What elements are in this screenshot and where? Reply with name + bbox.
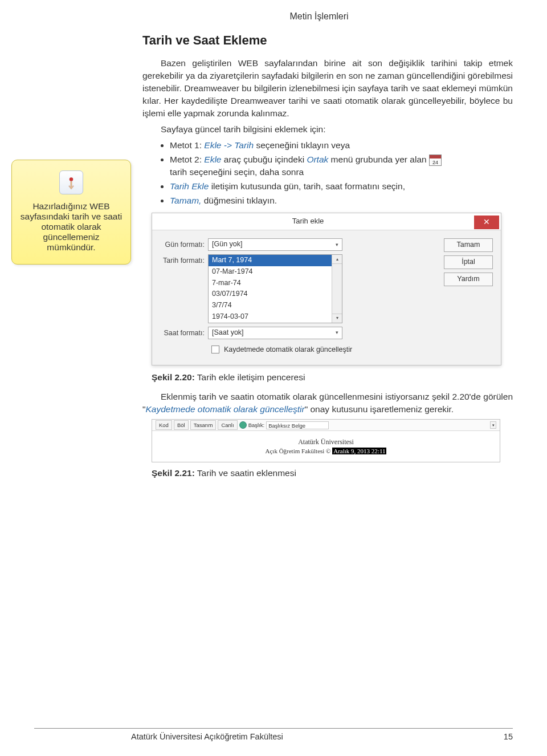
list-item[interactable]: 1974-03-07 xyxy=(209,311,342,323)
time-format-value: [Saat yok] xyxy=(212,328,244,338)
figure-label: Şekil 2.20: xyxy=(152,372,195,382)
auto-update-checkbox[interactable]: Kaydetmede otomatik olarak güncelleştir xyxy=(211,345,436,355)
preview-line2-pre: Açık Öğretim Fakültesi © xyxy=(266,448,333,454)
title-label: Başlık: xyxy=(248,421,265,429)
chevron-down-icon: ▾ xyxy=(336,241,338,249)
method2-tail: tarih seçeneğini seçin, daha sonra xyxy=(170,167,304,177)
list-item: Tamam, düğmesini tıklayın. xyxy=(170,194,513,207)
footer-left: Atatürk Üniversitesi Açıköğretim Fakülte… xyxy=(131,732,283,741)
after-text-2: " onay kutusunu işaretlemeniz gerekir. xyxy=(305,404,454,414)
figure-label: Şekil 2.21: xyxy=(152,468,195,478)
section-title: Tarih ve Saat Ekleme xyxy=(142,33,513,48)
dialog-title: Tarih ekle xyxy=(159,216,474,226)
day-format-value: [Gün yok] xyxy=(212,239,243,250)
preview-body: Atatürk Üniversitesi Açık Öğretim Fakült… xyxy=(152,431,500,462)
day-format-select[interactable]: [Gün yok] ▾ xyxy=(208,238,342,251)
date-format-listbox[interactable]: Mart 7, 1974 07-Mar-1974 7-mar-74 03/07/… xyxy=(208,254,342,323)
list-item: Metot 1: Ekle -> Tarih seçeneğini tıklay… xyxy=(170,139,513,152)
list-item: Tarih Ekle iletişim kutusunda gün, tarih… xyxy=(170,180,513,193)
method1-pre: Metot 1: xyxy=(170,140,204,150)
method1-post: seçeneğini tıklayın veya xyxy=(254,140,350,150)
list-item[interactable]: Mart 7, 1974 xyxy=(209,255,342,266)
common-text: Ortak xyxy=(307,155,328,164)
method3-post: iletişim kutusunda gün, tarih, saat form… xyxy=(209,181,405,191)
time-format-label: Saat formatı: xyxy=(160,327,208,339)
help-button[interactable]: Yardım xyxy=(444,273,493,286)
sidebar-callout: Hazırladığınız WEB sayfasındaki tarih ve… xyxy=(11,160,131,265)
toolbar-top-row: Kod Böl Tasarım Canlı Başlık: Başlıksız … xyxy=(152,420,500,431)
chevron-down-icon: ▾ xyxy=(336,329,338,336)
scrollbar[interactable]: ▴ ▾ xyxy=(332,255,342,323)
method4-post: düğmesini tıklayın. xyxy=(201,196,277,205)
date-insert-text: Tarih Ekle xyxy=(170,181,209,191)
figure-caption-220: Şekil 2.20: Tarih ekle iletişim penceres… xyxy=(152,371,513,384)
list-item[interactable]: 3/7/74 xyxy=(209,300,342,311)
document-title-input[interactable]: Başlıksız Belge xyxy=(266,421,329,429)
day-format-label: Gün formatı: xyxy=(160,238,208,250)
method2-pre: Metot 2: xyxy=(170,155,204,164)
dialog-titlebar: Tarih ekle ✕ xyxy=(152,213,501,230)
method2-mid: araç çubuğu içindeki xyxy=(221,155,307,164)
document-header: Metin İşlemleri xyxy=(11,11,513,22)
ok-button[interactable]: Tamam xyxy=(444,238,493,252)
dropdown-icon[interactable]: ▾ xyxy=(490,421,496,429)
globe-icon[interactable] xyxy=(239,421,247,429)
highlighted-date: Aralık 9, 2013 22:11 xyxy=(332,448,386,454)
ok-text: Tamam, xyxy=(170,196,201,205)
paragraph-intro: Bazen geliştirilen WEB sayfalarından bir… xyxy=(142,57,513,120)
callout-text: Hazırladığınız WEB sayfasındaki tarih ve… xyxy=(20,201,123,253)
tab-split[interactable]: Böl xyxy=(174,420,189,430)
preview-line1: Atatürk Üniversitesi xyxy=(298,437,354,447)
method2-post: menü grubunda yer alan xyxy=(328,155,429,164)
close-button[interactable]: ✕ xyxy=(474,216,499,229)
checkbox-icon xyxy=(211,346,219,353)
tab-design[interactable]: Tasarım xyxy=(190,420,217,430)
time-format-select[interactable]: [Saat yok] ▾ xyxy=(208,327,342,339)
page-footer: Atatürk Üniversitesi Açıköğretim Fakülte… xyxy=(34,728,513,741)
insert-text: Ekle xyxy=(204,155,221,164)
cancel-button[interactable]: İptal xyxy=(444,255,493,269)
menu-path-text: Ekle -> Tarih xyxy=(204,140,254,150)
checkbox-label: Kaydetmede otomatik olarak güncelleştir xyxy=(224,345,352,355)
figure-text: Tarih ve saatin eklenmesi xyxy=(195,468,296,478)
close-icon: ✕ xyxy=(483,217,490,228)
pointer-hand-icon xyxy=(59,170,83,194)
tab-code[interactable]: Kod xyxy=(156,420,172,430)
page-number: 15 xyxy=(504,732,513,741)
list-item[interactable]: 7-mar-74 xyxy=(209,278,342,289)
paragraph-lead: Sayfaya güncel tarih bilgisini eklemek i… xyxy=(142,123,513,136)
calendar-icon xyxy=(429,155,442,166)
figure-text: Tarih ekle iletişim penceresi xyxy=(195,372,305,382)
auto-update-em: Kaydetmede otomatik olarak güncelleştir xyxy=(146,404,305,414)
list-item: Metot 2: Ekle araç çubuğu içindeki Ortak… xyxy=(170,153,513,178)
figure-caption-221: Şekil 2.21: Tarih ve saatin eklenmesi xyxy=(152,467,513,479)
date-insert-dialog: Tarih ekle ✕ Gün formatı: [Gün yok] ▾ xyxy=(152,213,501,365)
method-list: Metot 1: Ekle -> Tarih seçeneğini tıklay… xyxy=(170,139,513,207)
dreamweaver-toolbar-screenshot: Kod Böl Tasarım Canlı Başlık: Başlıksız … xyxy=(152,419,500,462)
scroll-up-icon[interactable]: ▴ xyxy=(332,255,342,264)
scroll-down-icon[interactable]: ▾ xyxy=(332,314,342,323)
list-item[interactable]: 03/07/1974 xyxy=(209,288,342,300)
svg-point-0 xyxy=(70,177,74,181)
preview-line2: Açık Öğretim Fakültesi © Aralık 9, 2013 … xyxy=(266,447,387,456)
paragraph-after-dialog: Eklenmiş tarih ve saatin otomatik olarak… xyxy=(142,391,513,416)
tab-live[interactable]: Canlı xyxy=(218,420,237,430)
list-item[interactable]: 07-Mar-1974 xyxy=(209,266,342,278)
date-format-label: Tarih formatı: xyxy=(160,254,208,266)
